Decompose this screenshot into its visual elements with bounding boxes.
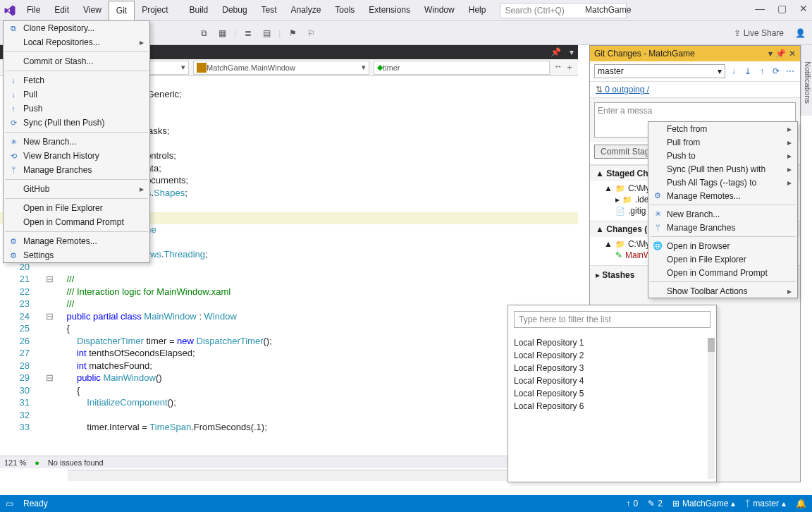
repo-list-item[interactable]: Local Repository 2 <box>514 349 710 362</box>
menu-analyze[interactable]: Analyze <box>284 1 328 20</box>
git-menu-item[interactable]: ᛘManage Branches <box>4 163 149 177</box>
menu-file[interactable]: File <box>20 1 47 20</box>
ctx-menu-item[interactable]: Sync (Pull then Push) with▸ <box>648 162 797 176</box>
ctx-menu-item[interactable]: Push All Tags (--tags) to▸ <box>648 176 797 189</box>
git-menu-item[interactable]: ↓Fetch <box>4 73 149 87</box>
repo-list-item[interactable]: Local Repository 3 <box>514 362 710 374</box>
status-changes-count[interactable]: ✎ 2 <box>648 499 663 508</box>
ctx-menu-item[interactable]: ⚙Manage Remotes... <box>648 189 797 202</box>
status-branch[interactable]: ᛘ master ▴ <box>745 499 786 508</box>
menu-item-icon: ↓ <box>8 90 19 99</box>
menu-project[interactable]: Project <box>135 1 175 20</box>
repo-list-item[interactable]: Local Repository 6 <box>514 400 710 413</box>
toolbar-flag-icon[interactable]: ⚐ <box>304 27 317 39</box>
menu-build[interactable]: Build <box>183 1 216 20</box>
git-menu-item[interactable]: Commit or Stash... <box>4 54 149 68</box>
repo-filter-input[interactable]: Type here to filter the list <box>514 311 710 328</box>
repo-list: Local Repository 1Local Repository 2Loca… <box>508 334 716 468</box>
menu-item-icon: ᛘ <box>8 166 19 174</box>
more-icon[interactable]: ⋯ <box>785 66 796 76</box>
status-bar: ▭ Ready ↑ 0 ✎ 2 ⊞ MatchGame ▴ ᛘ master ▴… <box>0 495 812 512</box>
menu-item-label: Show Toolbar Actions <box>667 286 748 296</box>
account-icon[interactable]: 👤 <box>794 27 806 39</box>
toolbar-bookmark-icon[interactable]: ⚑ <box>286 27 299 39</box>
menu-debug[interactable]: Debug <box>215 1 254 20</box>
menu-git[interactable]: Git <box>109 1 135 20</box>
git-menu-item[interactable]: ↓Pull <box>4 87 149 102</box>
minimize-icon[interactable]: — <box>755 3 765 14</box>
status-settings-icon[interactable]: ▭ <box>6 499 13 508</box>
window-controls: — ▢ ✕ <box>755 3 808 14</box>
repo-scrollbar[interactable] <box>708 338 715 479</box>
menu-item-icon: ⟲ <box>8 152 19 161</box>
sync-icon[interactable]: ⟳ <box>770 66 782 76</box>
repo-list-item[interactable]: Local Repository 1 <box>514 336 710 349</box>
menu-item-icon: ✳ <box>652 209 663 219</box>
menu-help[interactable]: Help <box>462 1 493 20</box>
outgoing-link[interactable]: 0 outgoing / <box>590 82 800 98</box>
tab-dropdown-icon[interactable]: ▾ <box>565 47 578 57</box>
status-push-count[interactable]: ↑ 0 <box>627 499 639 508</box>
fetch-icon[interactable]: ↓ <box>728 66 739 76</box>
toolbar-comment-icon[interactable]: ▤ <box>260 27 273 39</box>
git-menu-item[interactable]: Open in File Explorer <box>4 201 149 215</box>
menu-test[interactable]: Test <box>254 1 284 20</box>
panel-pin-icon[interactable]: 📌 <box>775 49 786 59</box>
menu-tools[interactable]: Tools <box>328 1 362 20</box>
menu-view[interactable]: View <box>76 1 109 20</box>
ctx-menu-item[interactable]: Fetch from▸ <box>648 122 797 135</box>
git-panel-header: Git Changes - MatchGame ▾ 📌 ✕ <box>590 46 800 61</box>
menu-item-icon: ⚙ <box>652 191 663 200</box>
menu-extensions[interactable]: Extensions <box>362 1 417 20</box>
ctx-menu-item[interactable]: Push to▸ <box>648 149 797 162</box>
pull-icon[interactable]: ⤓ <box>742 66 753 76</box>
ctx-menu-item[interactable]: Show Toolbar Actions▸ <box>648 284 797 298</box>
live-share-button[interactable]: ⇪ Live Share <box>730 25 788 41</box>
ctx-menu-item[interactable]: Open in File Explorer <box>648 252 797 266</box>
push-icon[interactable]: ↑ <box>756 66 768 76</box>
menu-item-label: New Branch... <box>667 209 720 219</box>
menu-window[interactable]: Window <box>417 1 462 20</box>
status-bell-icon[interactable]: 🔔 <box>796 499 806 508</box>
git-menu-item[interactable]: Open in Command Prompt <box>4 215 149 229</box>
menu-edit[interactable]: Edit <box>47 1 76 20</box>
class-icon <box>197 63 207 73</box>
maximize-icon[interactable]: ▢ <box>777 3 787 14</box>
toolbar-layout-icon[interactable]: ▦ <box>216 27 228 39</box>
panel-dropdown-icon[interactable]: ▾ <box>768 49 773 59</box>
nav-member-dropdown[interactable]: ◆ timer <box>374 61 550 75</box>
status-project[interactable]: ⊞ MatchGame ▴ <box>672 499 735 508</box>
git-menu-item[interactable]: ⟲View Branch History <box>4 149 149 163</box>
ctx-menu-item[interactable]: ✳New Branch... <box>648 207 797 221</box>
panel-close-icon[interactable]: ✕ <box>789 49 796 59</box>
notifications-tab[interactable]: Notifications <box>801 45 812 116</box>
local-repos-flyout: Type here to filter the list Local Repos… <box>508 305 717 482</box>
branch-selector[interactable]: master ▾ <box>594 64 725 78</box>
repo-list-item[interactable]: Local Repository 4 <box>514 374 710 387</box>
git-menu-item[interactable]: Local Repositories...▸ <box>4 35 149 49</box>
git-panel-title: Git Changes - MatchGame <box>594 49 695 59</box>
toolbar-indent-icon[interactable]: ≣ <box>242 27 254 39</box>
git-menu-item[interactable]: ⧉Clone Repository... <box>4 21 149 35</box>
add-tab-icon[interactable]: ＋ <box>565 61 574 73</box>
nav-class-dropdown[interactable]: MatchGame.MainWindow ▾ <box>193 61 369 75</box>
ctx-menu-item[interactable]: Pull from▸ <box>648 135 797 149</box>
titlebar: File Edit View Git Project Build Debug T… <box>0 0 812 21</box>
ctx-menu-item[interactable]: ᛘManage Branches <box>648 221 797 234</box>
horizontal-scrollbar[interactable] <box>68 470 578 481</box>
menu-item-label: Manage Remotes... <box>23 236 97 246</box>
repo-list-item[interactable]: Local Repository 5 <box>514 387 710 400</box>
git-menu-item[interactable]: ⚙Settings <box>4 248 149 262</box>
close-icon[interactable]: ✕ <box>799 3 808 14</box>
split-icon[interactable]: ↔ <box>554 61 562 73</box>
git-menu-item[interactable]: ✳New Branch... <box>4 135 149 149</box>
git-menu-item[interactable]: ⟳Sync (Pull then Push) <box>4 116 149 130</box>
toolbar-window-icon[interactable]: ⧉ <box>197 27 210 39</box>
git-menu-item[interactable]: ↑Push <box>4 102 149 116</box>
ctx-menu-item[interactable]: 🌐Open in Browser <box>648 239 797 252</box>
zoom-level[interactable]: 121 % <box>4 458 26 467</box>
git-menu-item[interactable]: ⚙Manage Remotes... <box>4 234 149 248</box>
tab-pin-icon[interactable]: 📌 <box>546 47 565 57</box>
ctx-menu-item[interactable]: Open in Command Prompt <box>648 266 797 279</box>
git-menu-item[interactable]: GitHub▸ <box>4 182 149 196</box>
